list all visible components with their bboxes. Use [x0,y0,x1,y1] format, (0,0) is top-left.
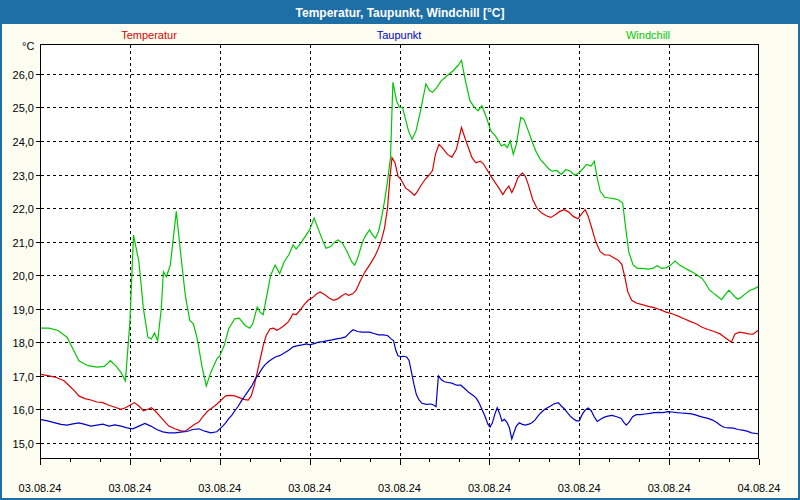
x-tick-date-label: 03.08.24 [108,482,151,494]
y-tick-label: 25,0 [4,102,34,114]
y-tick-label: 26,0 [4,69,34,81]
chart-svg [40,44,759,459]
y-axis-unit-label: °C [22,40,34,52]
y-tick-label: 18,0 [4,337,34,349]
y-tick-label: 15,0 [4,438,34,450]
y-tick-label: 24,0 [4,136,34,148]
plot-area [40,44,759,459]
x-tick-date-label: 03.08.24 [288,482,331,494]
x-tick-date-label: 03.08.24 [558,482,601,494]
y-tick-label: 19,0 [4,304,34,316]
x-tick-date-label: 03.08.24 [378,482,421,494]
x-tick-date-label: 03.08.24 [468,482,511,494]
x-tick-date-label: 04.08.24 [738,482,781,494]
x-tick-date-label: 03.08.24 [19,482,62,494]
y-tick-label: 16,0 [4,404,34,416]
chart-window: Temperatur, Taupunkt, Windchill [°C] Tem… [0,0,800,500]
legend-item-taupunkt: Taupunkt [377,29,422,41]
y-tick-label: 23,0 [4,170,34,182]
y-tick-label: 17,0 [4,371,34,383]
y-tick-label: 20,0 [4,270,34,282]
y-tick-label: 21,0 [4,237,34,249]
legend-item-temperatur: Temperatur [121,29,177,41]
x-tick-date-label: 03.08.24 [648,482,691,494]
legend-item-windchill: Windchill [626,29,670,41]
window-title: Temperatur, Taupunkt, Windchill [°C] [2,2,798,24]
x-tick-date-label: 03.08.24 [198,482,241,494]
y-tick-label: 22,0 [4,203,34,215]
